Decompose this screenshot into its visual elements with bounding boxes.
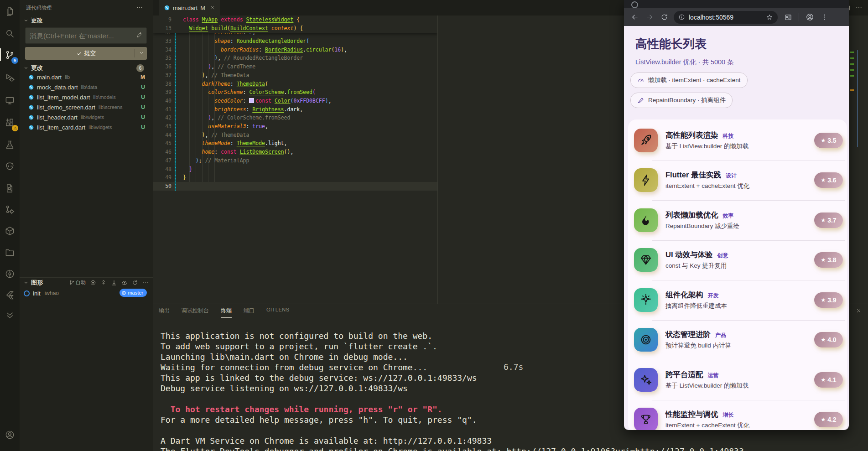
list-item[interactable]: 高性能列表渲染科技基于 ListView.builder 的懒加载★3.5 bbox=[628, 120, 847, 160]
code-line[interactable]: 50 bbox=[153, 182, 437, 191]
code-line[interactable]: 45themeMode: ThemeMode.light, bbox=[153, 139, 437, 148]
file-row[interactable]: main.dartlibM bbox=[20, 72, 153, 82]
commit-pull-icon[interactable] bbox=[100, 280, 107, 286]
file-row[interactable]: list_item_card.dartlib\widgetsU bbox=[20, 122, 153, 132]
chevron-down-icon[interactable] bbox=[23, 18, 29, 23]
copilot-icon[interactable] bbox=[0, 158, 20, 174]
rating-badge: ★4.0 bbox=[814, 332, 843, 347]
source-control-icon[interactable]: 6 bbox=[0, 47, 20, 63]
container-icon[interactable] bbox=[0, 223, 20, 239]
code-line[interactable]: 40seedColor: const Color(0xFFD0BCFF), bbox=[153, 97, 437, 105]
code-line[interactable]: 36), // CardTheme bbox=[153, 62, 437, 71]
commit-message-input[interactable] bbox=[25, 27, 147, 44]
profile-icon[interactable] bbox=[806, 13, 814, 21]
account-icon[interactable] bbox=[0, 426, 20, 443]
scm-input-section[interactable]: 更改 bbox=[20, 16, 153, 26]
code-line[interactable]: 44), // ThemeData bbox=[153, 131, 437, 140]
panel-tab-端口[interactable]: 端口 bbox=[244, 307, 255, 318]
file-row[interactable]: mock_data.dartlib\dataU bbox=[20, 82, 153, 92]
editor-split-divider[interactable] bbox=[437, 16, 438, 304]
line-number: 44 bbox=[153, 131, 172, 140]
sparkle-pen-icon[interactable] bbox=[136, 32, 142, 38]
branch-badge[interactable]: master bbox=[120, 289, 147, 297]
code-line[interactable]: 42), // ColorScheme.fromSeed bbox=[153, 114, 437, 122]
item-list[interactable]: 高性能列表渲染科技基于 ListView.builder 的懒加载★3.5Flu… bbox=[628, 119, 847, 430]
code-line[interactable]: 48} bbox=[153, 165, 437, 174]
code-line[interactable]: 35), // RoundedRectangleBorder bbox=[153, 54, 437, 62]
site-info-icon[interactable] bbox=[678, 14, 685, 21]
close-icon[interactable] bbox=[210, 5, 215, 10]
git-graph-gear-icon[interactable] bbox=[0, 201, 20, 218]
panel-tab-GITLENS[interactable]: GITLENS bbox=[266, 307, 290, 318]
code-line[interactable]: 39colorScheme: ColorScheme.fromSeed( bbox=[153, 88, 437, 97]
code-editor[interactable]: 32elevation: 2,33shape: RoundedRectangle… bbox=[153, 16, 437, 304]
more-icon[interactable] bbox=[142, 280, 149, 286]
commit-graph-icon[interactable] bbox=[0, 265, 20, 282]
browser-tab-strip[interactable] bbox=[624, 0, 849, 8]
chevron-down-icon[interactable] bbox=[23, 65, 29, 71]
changes-tree-header[interactable]: 更改 6 bbox=[20, 63, 153, 73]
color-preview-swatch[interactable] bbox=[249, 98, 254, 103]
back-icon[interactable] bbox=[630, 13, 639, 21]
test-flask-icon[interactable] bbox=[0, 136, 20, 153]
code-line[interactable]: 37), // ThemeData bbox=[153, 71, 437, 80]
browser-menu-icon[interactable] bbox=[821, 13, 828, 21]
sticky-code-line[interactable]: 13Widget build(BuildContext context) { bbox=[153, 24, 437, 33]
feature-chip[interactable]: 懒加载 · itemExtent · cacheExtent bbox=[630, 73, 748, 88]
flutter-icon[interactable] bbox=[0, 287, 20, 303]
explorer-icon[interactable] bbox=[0, 3, 20, 20]
search-icon[interactable] bbox=[0, 25, 20, 41]
list-item[interactable]: 组件化架构开发抽离组件降低重建成本★3.9 bbox=[628, 280, 847, 320]
url-text[interactable]: localhost:50569 bbox=[689, 14, 766, 21]
feature-chip[interactable]: RepaintBoundary · 抽离组件 bbox=[630, 93, 733, 108]
target-icon[interactable] bbox=[90, 280, 96, 286]
scrollbar[interactable] bbox=[857, 50, 858, 147]
diff-mark bbox=[850, 75, 854, 77]
arrow-down-icon[interactable] bbox=[111, 280, 117, 286]
more-icon[interactable] bbox=[136, 4, 143, 11]
cloud-upload-icon[interactable] bbox=[121, 280, 128, 286]
commit-button[interactable]: 提交 bbox=[25, 47, 147, 60]
chevron-down-icon[interactable] bbox=[139, 50, 144, 56]
file-row[interactable]: list_item_model.dartlib\modelsU bbox=[20, 92, 153, 102]
tab-main-dart[interactable]: main.dart M bbox=[159, 0, 220, 16]
list-item[interactable]: 性能监控与调优增长itemExtent + cacheExtent 优化★4.2 bbox=[628, 400, 847, 430]
list-item[interactable]: UI 动效与体验创意const 与 Key 提升复用★3.8 bbox=[628, 240, 847, 280]
code-line[interactable]: 34borderRadius: BorderRadius.circular(16… bbox=[153, 46, 437, 54]
address-bar[interactable]: localhost:50569 bbox=[674, 11, 778, 24]
code-line[interactable]: 38darkTheme: ThemeData( bbox=[153, 80, 437, 88]
folder-icon[interactable] bbox=[0, 244, 20, 260]
code-line[interactable]: 49} bbox=[153, 173, 437, 182]
panel-tab-终端[interactable]: 终端 bbox=[221, 307, 232, 318]
sticky-code-line[interactable]: 9class MyApp extends StatelessWidget { bbox=[153, 16, 437, 24]
code-line[interactable]: 41brightness: Brightness.dark, bbox=[153, 105, 437, 114]
panel-tab-输出[interactable]: 输出 bbox=[159, 307, 170, 318]
code-line[interactable]: 46home: const ListDemoScreen(), bbox=[153, 148, 437, 156]
chevron-down-icon[interactable] bbox=[23, 280, 29, 285]
reload-icon[interactable] bbox=[660, 13, 668, 21]
code-line[interactable]: 47); // MaterialApp bbox=[153, 156, 437, 165]
side-panel-search-icon[interactable] bbox=[784, 13, 792, 21]
forward-icon[interactable] bbox=[645, 13, 654, 21]
run-debug-icon[interactable] bbox=[0, 69, 20, 86]
list-item[interactable]: Flutter 最佳实践设计itemExtent + cacheExtent 优… bbox=[628, 161, 847, 200]
bookmark-star-icon[interactable] bbox=[766, 14, 773, 21]
list-item[interactable]: 列表懒加载优化效率RepaintBoundary 减少重绘★3.7 bbox=[628, 200, 847, 240]
chevrons-down-icon[interactable] bbox=[0, 307, 20, 323]
code-line[interactable]: 43useMaterial3: true, bbox=[153, 122, 437, 131]
auto-layout-toggle[interactable]: 自动 bbox=[69, 279, 86, 286]
close-icon[interactable] bbox=[856, 308, 862, 314]
graph-section-header[interactable]: 图形 自动 bbox=[20, 277, 153, 288]
list-item[interactable]: 状态管理进阶产品预计算避免 build 内计算★4.0 bbox=[628, 320, 847, 360]
list-item[interactable]: 跨平台适配运营基于 ListView.builder 的懒加载★4.1 bbox=[628, 360, 847, 399]
commit-row[interactable]: init iwhao master bbox=[20, 288, 153, 298]
file-row[interactable]: list_demo_screen.dartlib\screensU bbox=[20, 102, 153, 112]
file-row[interactable]: list_header.dartlib\widgetsU bbox=[20, 112, 153, 122]
file-search-icon[interactable] bbox=[0, 180, 20, 197]
panel-tab-调试控制台[interactable]: 调试控制台 bbox=[182, 307, 209, 318]
refresh-icon[interactable] bbox=[132, 280, 138, 286]
remote-explorer-icon[interactable] bbox=[0, 92, 20, 109]
more-icon[interactable] bbox=[855, 4, 863, 11]
code-line[interactable]: 33shape: RoundedRectangleBorder( bbox=[153, 37, 437, 46]
extensions-icon[interactable]: ⚠ bbox=[0, 114, 20, 130]
